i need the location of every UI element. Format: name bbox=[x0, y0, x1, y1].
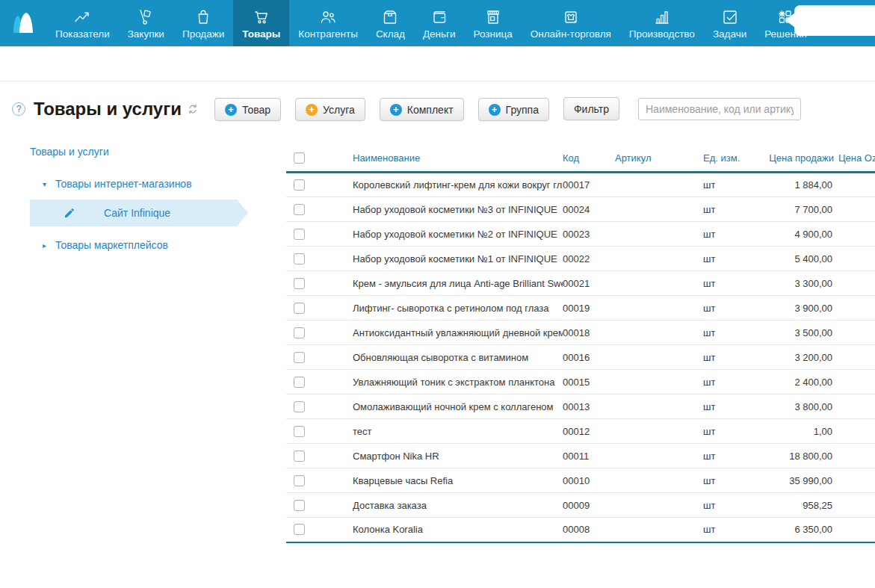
cell-article bbox=[615, 518, 699, 542]
table-row[interactable]: Королевский лифтинг-крем для кожи вокруг… bbox=[286, 173, 875, 197]
toolbar-button[interactable]: + Товар bbox=[214, 98, 281, 121]
nav-item[interactable]: Деньги bbox=[414, 0, 465, 46]
help-icon[interactable]: ? bbox=[12, 102, 25, 116]
nav-item[interactable]: Онлайн-торговля bbox=[522, 0, 620, 46]
col-code[interactable]: Код bbox=[563, 146, 615, 173]
row-checkbox[interactable] bbox=[294, 377, 305, 388]
cell-article bbox=[615, 419, 699, 444]
tree-root-link[interactable]: Товары и услуги bbox=[30, 146, 109, 158]
tree-group-internet-shops[interactable]: ▾ Товары интернет-магазинов bbox=[30, 178, 286, 190]
table-row[interactable]: Набор уходовой косметики №1 от INFINIQUE… bbox=[286, 247, 875, 271]
top-navigation: Показатели Закупки Продажи Товары Контра… bbox=[0, 0, 875, 46]
cell-name[interactable]: Увлажняющий тоник с экстрактом планктона bbox=[353, 370, 563, 394]
col-name[interactable]: Наименование bbox=[353, 146, 563, 173]
cell-name[interactable]: Смартфон Nika HR bbox=[353, 444, 563, 468]
cell-unit: шт bbox=[699, 197, 762, 222]
cell-sale-price: 4 900,00 bbox=[762, 222, 834, 247]
cell-unit: шт bbox=[699, 493, 762, 518]
table-row[interactable]: Набор уходовой косметики №2 от INFINIQUE… bbox=[286, 222, 875, 247]
nav-item[interactable]: Товары bbox=[233, 0, 289, 46]
nav-item[interactable]: Производство bbox=[620, 0, 704, 46]
tree-group-marketplaces[interactable]: ▸ Товары маркетплейсов bbox=[30, 239, 286, 251]
col-ozon-price[interactable]: Цена Ozon bbox=[834, 146, 875, 173]
row-checkbox[interactable] bbox=[294, 253, 305, 264]
cell-name[interactable]: Набор уходовой косметики №2 от INFINIQUE bbox=[353, 222, 563, 247]
cell-name[interactable]: Антиоксидантный увлажняющий дневной крем bbox=[353, 321, 563, 345]
cart-icon bbox=[252, 7, 271, 27]
table-row[interactable]: Доставка заказа 00009 шт 958,25 bbox=[286, 493, 875, 518]
table-row[interactable]: тест 00012 шт 1,00 bbox=[286, 419, 875, 444]
nav-item[interactable]: Задачи bbox=[704, 0, 755, 46]
cell-sale-price: 18 800,00 bbox=[762, 444, 834, 468]
cell-unit: шт bbox=[699, 296, 762, 321]
table-row[interactable]: Набор уходовой косметики №3 от INFINIQUE… bbox=[286, 197, 875, 222]
row-checkbox[interactable] bbox=[294, 352, 305, 363]
col-article[interactable]: Артикул bbox=[615, 146, 699, 173]
pencil-icon[interactable] bbox=[64, 207, 75, 219]
cell-name[interactable]: Обновляющая сыворотка с витамином bbox=[353, 345, 563, 370]
row-checkbox[interactable] bbox=[294, 229, 305, 240]
row-checkbox[interactable] bbox=[294, 401, 305, 412]
cell-name[interactable]: Набор уходовой косметики №3 от INFINIQUE bbox=[353, 197, 563, 222]
cell-ozon-price bbox=[834, 345, 875, 370]
cell-article bbox=[615, 271, 699, 296]
cell-ozon-price bbox=[834, 247, 875, 271]
cell-code: 00012 bbox=[563, 419, 615, 444]
cell-name[interactable]: Колонка Koralia bbox=[353, 518, 563, 542]
row-checkbox[interactable] bbox=[294, 500, 305, 511]
row-checkbox[interactable] bbox=[294, 303, 305, 314]
table-row[interactable]: Кварцевые часы Refia 00010 шт 35 990,00 bbox=[286, 468, 875, 493]
cell-name[interactable]: Омолаживающий ночной крем с коллагеном bbox=[353, 394, 563, 419]
table-row[interactable]: Колонка Koralia 00008 шт 6 350,00 bbox=[286, 518, 875, 542]
table-row[interactable]: Крем - эмульсия для лица Anti-age Brilli… bbox=[286, 271, 875, 296]
toolbar-button[interactable]: + Комплект bbox=[380, 98, 464, 121]
search-input[interactable] bbox=[638, 98, 801, 120]
cell-code: 00021 bbox=[563, 271, 615, 296]
chevron-right-icon[interactable]: ▸ bbox=[43, 241, 49, 250]
cell-name[interactable]: Крем - эмульсия для лица Anti-age Brilli… bbox=[353, 271, 563, 296]
row-checkbox[interactable] bbox=[294, 327, 305, 338]
nav-item[interactable]: Закупки bbox=[119, 0, 173, 46]
product-groups-tree: Товары и услуги ▾ Товары интернет-магази… bbox=[30, 146, 286, 543]
nav-item[interactable]: Продажи bbox=[173, 0, 233, 46]
table-row[interactable]: Омолаживающий ночной крем с коллагеном 0… bbox=[286, 394, 875, 419]
table-row[interactable]: Смартфон Nika HR 00011 шт 18 800,00 bbox=[286, 444, 875, 468]
row-checkbox[interactable] bbox=[294, 426, 305, 437]
cell-name[interactable]: Доставка заказа bbox=[353, 493, 563, 518]
row-checkbox[interactable] bbox=[294, 524, 305, 535]
row-checkbox[interactable] bbox=[294, 204, 305, 215]
cell-name[interactable]: Королевский лифтинг-крем для кожи вокруг… bbox=[353, 173, 563, 197]
row-checkbox[interactable] bbox=[294, 475, 305, 486]
tree-item-selected[interactable]: Сайт Infinique bbox=[30, 199, 248, 226]
cell-code: 00019 bbox=[563, 296, 615, 321]
nav-item[interactable]: Контрагенты bbox=[289, 0, 367, 46]
nav-item[interactable]: Розница bbox=[465, 0, 522, 46]
table-row[interactable]: Обновляющая сыворотка с витамином 00016 … bbox=[286, 345, 875, 370]
refresh-icon[interactable] bbox=[188, 104, 198, 114]
cell-ozon-price bbox=[834, 419, 875, 444]
cell-code: 00016 bbox=[563, 345, 615, 370]
cell-unit: шт bbox=[699, 173, 762, 197]
nav-item[interactable]: Показатели bbox=[46, 0, 119, 46]
row-checkbox[interactable] bbox=[294, 179, 305, 191]
toolbar-button[interactable]: + Услуга bbox=[295, 98, 365, 121]
online-trade-icon bbox=[561, 7, 581, 27]
chevron-down-icon[interactable]: ▾ bbox=[43, 180, 49, 188]
cell-name[interactable]: Лифтинг- сыворотка с ретинолом под глаза bbox=[353, 296, 563, 321]
table-row[interactable]: Увлажняющий тоник с экстрактом планктона… bbox=[286, 370, 875, 394]
row-checkbox[interactable] bbox=[294, 451, 305, 462]
cell-name[interactable]: Набор уходовой косметики №1 от INFINIQUE bbox=[353, 247, 563, 271]
cell-code: 00010 bbox=[563, 468, 615, 493]
cell-name[interactable]: Кварцевые часы Refia bbox=[353, 468, 563, 493]
col-sale-price[interactable]: Цена продажи bbox=[762, 146, 834, 173]
table-row[interactable]: Антиоксидантный увлажняющий дневной крем… bbox=[286, 321, 875, 345]
toolbar-button[interactable]: + Группа bbox=[478, 98, 549, 121]
table-row[interactable]: Лифтинг- сыворотка с ретинолом под глаза… bbox=[286, 296, 875, 321]
col-unit[interactable]: Ед. изм. bbox=[699, 146, 762, 173]
cell-name[interactable]: тест bbox=[353, 419, 563, 444]
toolbar-button[interactable]: Фильтр bbox=[563, 97, 619, 120]
app-logo[interactable] bbox=[0, 0, 46, 46]
nav-item[interactable]: Склад bbox=[367, 0, 414, 46]
row-checkbox[interactable] bbox=[294, 278, 305, 289]
select-all-checkbox[interactable] bbox=[294, 152, 305, 164]
